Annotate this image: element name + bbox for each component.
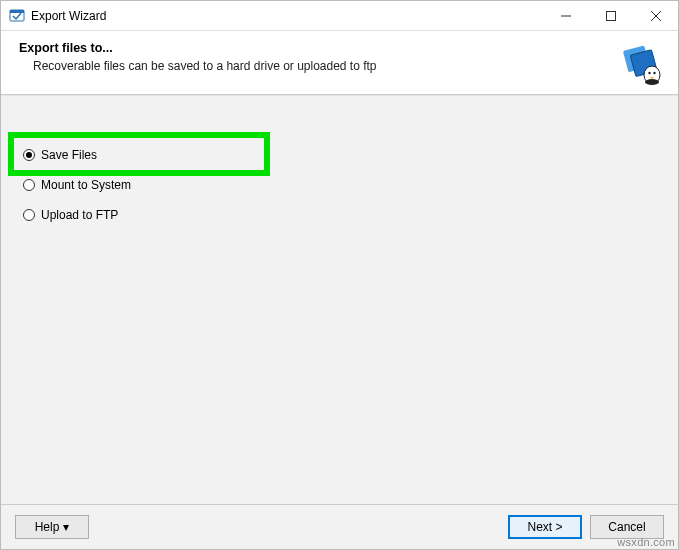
header-subtitle: Recoverable files can be saved to a hard… — [19, 59, 660, 73]
minimize-button[interactable] — [543, 1, 588, 30]
window-title: Export Wizard — [31, 9, 543, 23]
next-button[interactable]: Next > — [508, 515, 582, 539]
option-mount-to-system[interactable]: Mount to System — [1, 170, 678, 200]
svg-point-10 — [648, 72, 650, 74]
next-label: Next > — [527, 520, 562, 534]
app-icon — [9, 8, 25, 24]
radio-icon — [23, 209, 35, 221]
wizard-icon — [616, 37, 664, 85]
help-button[interactable]: Help ▾ — [15, 515, 89, 539]
option-label: Save Files — [41, 148, 97, 162]
titlebar: Export Wizard — [1, 1, 678, 31]
watermark: wsxdn.com — [617, 536, 675, 548]
svg-point-11 — [653, 72, 655, 74]
cancel-label: Cancel — [608, 520, 645, 534]
option-label: Mount to System — [41, 178, 131, 192]
dropdown-icon: ▾ — [63, 520, 69, 534]
maximize-button[interactable] — [588, 1, 633, 30]
export-wizard-window: Export Wizard Export files to... Recover… — [0, 0, 679, 550]
wizard-content: Save Files Mount to System Upload to FTP — [1, 95, 678, 505]
close-button[interactable] — [633, 1, 678, 30]
help-label: Help — [35, 520, 60, 534]
radio-icon — [23, 179, 35, 191]
svg-point-9 — [645, 79, 659, 85]
svg-rect-1 — [10, 10, 24, 13]
header-title: Export files to... — [19, 41, 660, 55]
option-label: Upload to FTP — [41, 208, 118, 222]
window-controls — [543, 1, 678, 30]
svg-rect-3 — [606, 11, 615, 20]
radio-icon — [23, 149, 35, 161]
option-upload-to-ftp[interactable]: Upload to FTP — [1, 200, 678, 230]
option-save-files[interactable]: Save Files — [1, 140, 678, 170]
wizard-header: Export files to... Recoverable files can… — [1, 31, 678, 95]
wizard-footer: Help ▾ Next > Cancel — [1, 505, 678, 549]
